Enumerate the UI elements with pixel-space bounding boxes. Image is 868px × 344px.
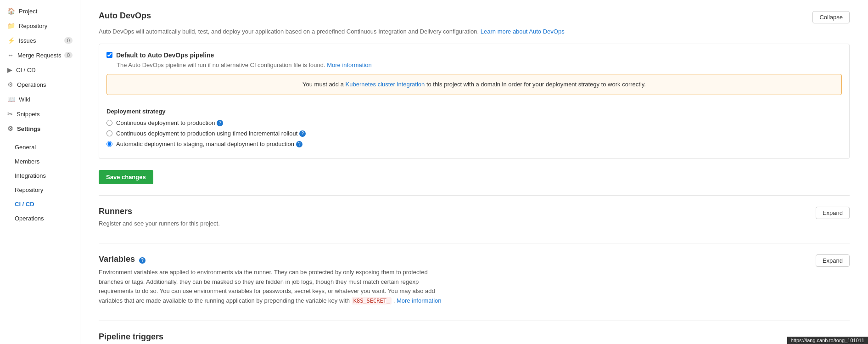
runners-title: Runners <box>99 207 220 216</box>
sidebar-item-settings[interactable]: ⚙ Settings <box>0 121 80 136</box>
sidebar-item-ci-cd[interactable]: ▶ CI / CD <box>0 62 80 77</box>
radio-label-auto-staging: Automatic deployment to staging, manual … <box>116 141 294 147</box>
info-icon-auto-staging[interactable]: ? <box>296 141 302 147</box>
save-changes-button[interactable]: Save changes <box>99 170 153 184</box>
sidebar-sub-label: Repository <box>15 186 43 193</box>
info-icon-timed[interactable]: ? <box>299 130 306 137</box>
radio-continuous-prod[interactable] <box>106 120 112 126</box>
info-icon-continuous-prod[interactable]: ? <box>217 120 223 126</box>
kubernetes-link[interactable]: Kubernetes cluster integration <box>346 81 425 88</box>
ci-cd-icon: ▶ <box>7 66 12 73</box>
radio-auto-staging[interactable] <box>106 141 112 147</box>
variables-description: Environment variables are applied to env… <box>99 268 448 306</box>
snippets-icon: ✂ <box>7 110 13 118</box>
warning-text-before: You must add a <box>302 81 345 88</box>
main-content: Auto DevOps Collapse Auto DevOps will au… <box>80 0 868 344</box>
sidebar-item-wiki[interactable]: 📖 Wiki <box>0 92 80 107</box>
sidebar-item-snippets[interactable]: ✂ Snippets <box>0 107 80 121</box>
merge-requests-icon: ↔ <box>7 51 14 59</box>
sidebar-divider <box>0 138 80 138</box>
auto-devops-description: Auto DevOps will automatically build, te… <box>99 27 850 36</box>
more-information-link[interactable]: More information <box>327 62 372 68</box>
runners-description: Register and see your runners for this p… <box>99 219 220 228</box>
variables-section: Variables ? Environment variables are ap… <box>99 243 850 321</box>
variables-info-icon[interactable]: ? <box>139 257 146 264</box>
radio-option-auto-staging: Automatic deployment to staging, manual … <box>106 141 842 147</box>
variables-more-info-link[interactable]: More information <box>397 297 442 304</box>
sidebar-item-label: Settings <box>17 125 40 132</box>
devops-checkbox-header: Default to Auto DevOps pipeline <box>106 51 842 59</box>
sidebar-sub-integrations[interactable]: Integrations <box>0 169 80 183</box>
issues-badge: 0 <box>64 37 73 44</box>
sidebar-item-project[interactable]: 🏠 Project <box>0 4 80 18</box>
sidebar-sub-label: Members <box>15 158 39 165</box>
sidebar-item-operations[interactable]: ⚙ Operations <box>0 77 80 92</box>
sidebar-sub-ci-cd[interactable]: CI / CD <box>0 197 80 211</box>
devops-sub-text: The Auto DevOps pipeline will run if no … <box>117 62 325 68</box>
sidebar-item-repository[interactable]: 📁 Repository <box>0 18 80 33</box>
sidebar-item-label: Operations <box>17 81 46 88</box>
radio-timed[interactable] <box>106 130 112 136</box>
radio-option-continuous-prod: Continuous deployment to production ? <box>106 119 842 126</box>
status-bar-text: https://lang.canh.to/tong_101011 <box>791 338 864 343</box>
project-icon: 🏠 <box>7 7 15 15</box>
runners-expand-button[interactable]: Expand <box>816 207 850 219</box>
deployment-strategy: Deployment strategy Continuous deploymen… <box>106 102 842 147</box>
devops-checkbox-sub: The Auto DevOps pipeline will run if no … <box>106 62 842 68</box>
radio-option-timed: Continuous deployment to production usin… <box>106 130 842 137</box>
sidebar-item-label: Merge Requests <box>17 52 61 59</box>
runners-header: Runners Register and see your runners fo… <box>99 207 850 228</box>
pipeline-triggers-section: Pipeline triggers <box>99 321 850 342</box>
sidebar-sub-label: Operations <box>15 215 44 222</box>
runners-left: Runners Register and see your runners fo… <box>99 207 220 228</box>
sidebar-sub-operations[interactable]: Operations <box>0 211 80 226</box>
sidebar-sub-repository[interactable]: Repository <box>0 183 80 197</box>
sidebar-item-label: Project <box>19 8 37 15</box>
sidebar-sub-members[interactable]: Members <box>0 154 80 169</box>
variables-left: Variables ? Environment variables are ap… <box>99 254 448 306</box>
wiki-icon: 📖 <box>7 96 15 103</box>
deployment-strategy-title: Deployment strategy <box>106 108 842 115</box>
sidebar-item-issues[interactable]: ⚡ Issues 0 <box>0 33 80 48</box>
radio-label-timed: Continuous deployment to production usin… <box>116 130 297 137</box>
sidebar-item-label: Issues <box>19 37 36 44</box>
operations-icon: ⚙ <box>7 81 13 88</box>
devops-checkbox-box: Default to Auto DevOps pipeline The Auto… <box>99 44 850 159</box>
sidebar-item-merge-requests[interactable]: ↔ Merge Requests 0 <box>0 48 80 62</box>
runners-section: Runners Register and see your runners fo… <box>99 196 850 243</box>
sidebar-item-label: Snippets <box>17 111 40 118</box>
sidebar-sub-label: CI / CD <box>15 201 34 208</box>
auto-devops-title: Auto DevOps <box>99 11 151 21</box>
collapse-button[interactable]: Collapse <box>812 11 850 23</box>
variables-title: Variables ? <box>99 254 448 264</box>
sidebar-item-label: CI / CD <box>16 67 36 73</box>
k8s-secret-tag: K8S_SECRET_ <box>352 297 392 305</box>
status-bar: https://lang.canh.to/tong_101011 <box>787 337 868 344</box>
pipeline-triggers-title: Pipeline triggers <box>99 332 850 342</box>
sidebar-sub-general[interactable]: General <box>0 140 80 154</box>
auto-devops-section: Auto DevOps Collapse Auto DevOps will au… <box>99 0 850 196</box>
sidebar-item-label: Repository <box>19 23 47 29</box>
learn-more-link[interactable]: Learn more about Auto DevOps <box>481 28 565 35</box>
variables-header: Variables ? Environment variables are ap… <box>99 254 850 306</box>
warning-box: You must add a Kubernetes cluster integr… <box>106 74 842 96</box>
sidebar: 🏠 Project 📁 Repository ⚡ Issues 0 ↔ Merg… <box>0 0 80 344</box>
auto-devops-header: Auto DevOps Collapse <box>99 11 850 23</box>
merge-requests-badge: 0 <box>64 52 73 58</box>
radio-label-continuous-prod: Continuous deployment to production <box>116 119 215 126</box>
auto-devops-desc-text: Auto DevOps will automatically build, te… <box>99 28 479 35</box>
issues-icon: ⚡ <box>7 37 15 44</box>
warning-text-after: to this project with a domain in order f… <box>426 81 646 88</box>
variables-expand-button[interactable]: Expand <box>816 254 850 267</box>
sidebar-sub-label: Integrations <box>15 172 46 179</box>
sidebar-sub-label: General <box>15 144 36 151</box>
devops-checkbox-label: Default to Auto DevOps pipeline <box>116 51 214 59</box>
auto-devops-checkbox[interactable] <box>106 52 112 58</box>
sidebar-item-label: Wiki <box>19 96 30 103</box>
repository-icon: 📁 <box>7 22 15 29</box>
settings-icon: ⚙ <box>7 125 13 132</box>
